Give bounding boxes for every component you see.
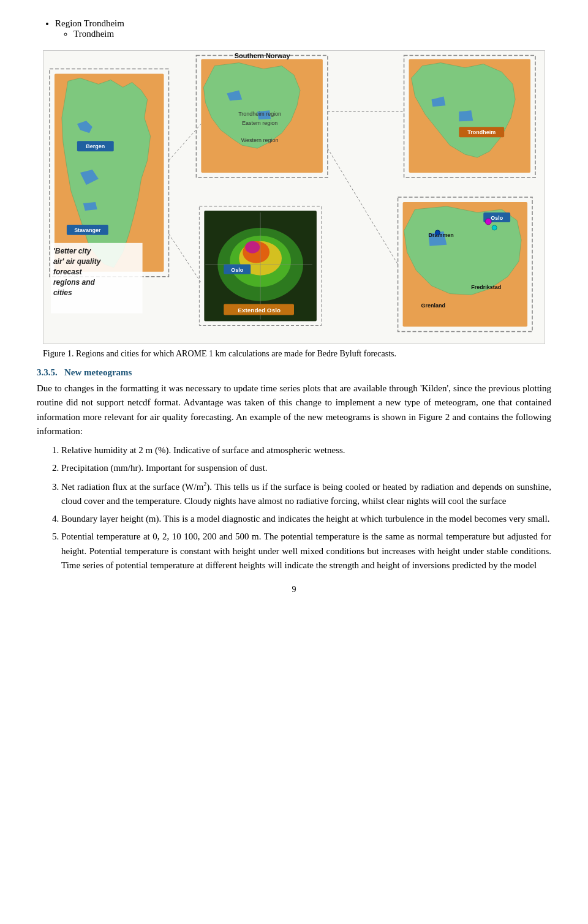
map-image: Bergen Stavanger 'Better city air' air q… <box>43 50 545 344</box>
page-number: 9 <box>37 585 551 595</box>
list-item-2-text: Precipitation (mm/hr). Important for sus… <box>61 463 268 473</box>
list-item-1-text: Relative humidity at 2 m (%). Indicative… <box>61 445 345 455</box>
svg-text:'Better city: 'Better city <box>53 247 92 255</box>
svg-text:Western region: Western region <box>241 137 279 143</box>
list-item-1: Relative humidity at 2 m (%). Indicative… <box>61 443 551 457</box>
section-heading: 3.3.5. New meteograms <box>37 367 551 378</box>
list-item-3-main: Net radiation flux at the surface (W/m <box>61 482 203 492</box>
city-sub-list: Trondheim <box>74 29 551 39</box>
figure-caption-text: Figure 1. Regions and cities for which A… <box>43 349 396 358</box>
section-paragraph-1: Due to changes in the formatting it was … <box>37 381 551 438</box>
svg-text:Southern Norway: Southern Norway <box>235 52 291 59</box>
paragraph-1-text: Due to changes in the formatting it was … <box>37 383 551 436</box>
svg-text:forecast: forecast <box>53 268 83 276</box>
list-item-4-text: Boundary layer height (m). This is a mod… <box>61 514 549 524</box>
svg-text:Bergen: Bergen <box>86 143 105 149</box>
top-bullet-list: Region Trondheim Trondheim <box>55 18 551 39</box>
svg-text:Oslo: Oslo <box>491 215 503 221</box>
svg-text:Trondheim region: Trondheim region <box>238 111 281 117</box>
svg-text:Trondheim: Trondheim <box>467 129 496 135</box>
section-title: New meteograms <box>64 367 132 377</box>
svg-text:Fredrikstad: Fredrikstad <box>471 284 501 290</box>
meteogram-list: Relative humidity at 2 m (%). Indicative… <box>61 443 551 573</box>
svg-point-45 <box>492 225 497 230</box>
map-svg: Bergen Stavanger 'Better city air' air q… <box>43 50 545 344</box>
figure-caption: Figure 1. Regions and cities for which A… <box>43 349 545 359</box>
svg-text:regions and: regions and <box>53 278 96 287</box>
figure-1: Bergen Stavanger 'Better city air' air q… <box>37 50 551 359</box>
list-item-5-text: Potential temperature at 0, 2, 10 100, 2… <box>61 531 551 570</box>
svg-text:Stavanger: Stavanger <box>74 227 101 233</box>
svg-text:air' air quality: air' air quality <box>53 257 102 266</box>
region-label: Region Trondheim <box>55 18 124 28</box>
svg-point-26 <box>245 241 260 254</box>
svg-text:cities: cities <box>53 288 72 297</box>
svg-text:Eastern region: Eastern region <box>242 120 277 126</box>
list-item-4: Boundary layer height (m). This is a mod… <box>61 512 551 526</box>
section-number: 3.3.5. <box>37 367 58 377</box>
svg-text:Extended Oslo: Extended Oslo <box>238 307 281 314</box>
svg-point-44 <box>485 219 491 225</box>
region-item: Region Trondheim Trondheim <box>55 18 551 39</box>
list-item-3: Net radiation flux at the surface (W/m2)… <box>61 479 551 509</box>
list-item-5: Potential temperature at 0, 2, 10 100, 2… <box>61 530 551 573</box>
city-label: Trondheim <box>74 29 114 39</box>
svg-point-46 <box>435 230 440 235</box>
svg-text:Grenland: Grenland <box>421 302 445 309</box>
svg-text:Oslo: Oslo <box>231 267 243 273</box>
svg-text:Drammen: Drammen <box>428 232 453 238</box>
list-item-2: Precipitation (mm/hr). Important for sus… <box>61 461 551 475</box>
page-number-text: 9 <box>292 585 296 594</box>
city-item: Trondheim <box>74 29 551 39</box>
